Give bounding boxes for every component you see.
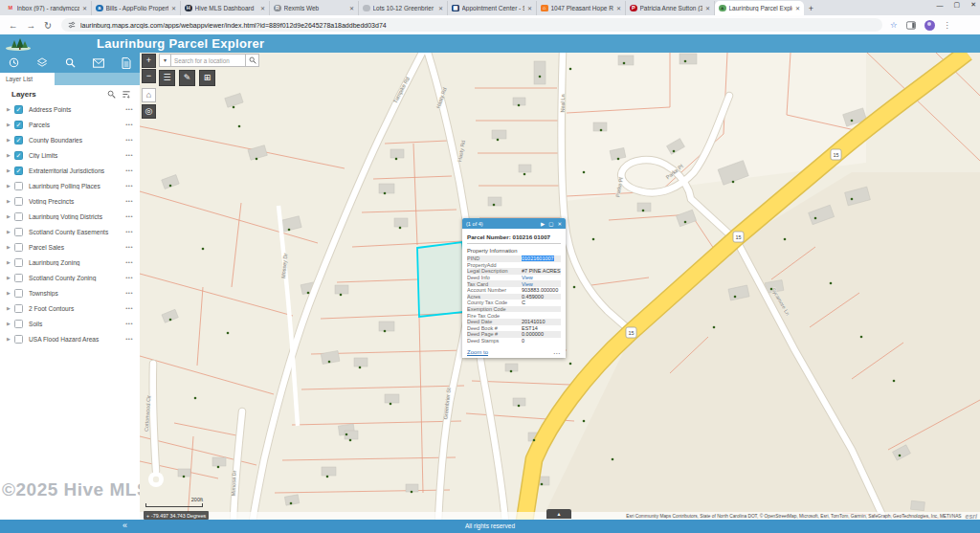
layer-options-icon[interactable]: •••	[125, 213, 133, 219]
profile-avatar[interactable]	[924, 20, 935, 31]
home-extent-button[interactable]: ⌂	[142, 88, 156, 102]
browser-tab[interactable]: Lots 10-12 Greenbrier Street 1...✕	[359, 1, 448, 15]
layer-expand-icon[interactable]: ▶	[7, 305, 14, 311]
tab-close-icon[interactable]: ✕	[82, 5, 87, 11]
tab-close-icon[interactable]: ✕	[795, 5, 800, 11]
layer-checkbox[interactable]	[14, 274, 23, 282]
attribute-link[interactable]: View	[522, 281, 561, 287]
layer-checkbox[interactable]: ✓	[14, 105, 23, 114]
layer-expand-icon[interactable]: ▶	[7, 321, 14, 326]
tab-close-icon[interactable]: ✕	[705, 5, 710, 11]
draw-button[interactable]: ✎	[179, 70, 195, 86]
layer-expand-icon[interactable]: ▶	[7, 213, 14, 219]
zoom-to-link[interactable]: Zoom to	[467, 349, 488, 355]
layer-options-icon[interactable]: •••	[125, 305, 133, 311]
tab-close-icon[interactable]: ✕	[438, 5, 443, 11]
measure-widget-icon[interactable]	[93, 58, 104, 68]
basemap-gallery-button[interactable]: ⊞	[199, 70, 215, 86]
reload-button[interactable]: ↻	[44, 20, 52, 31]
browser-tab[interactable]: ⌂1047 Pleasant Hope Rd, Fairm...✕	[537, 1, 626, 15]
side-panel-icon[interactable]	[906, 21, 916, 30]
layer-expand-icon[interactable]: ▶	[7, 122, 14, 127]
selected-parcel-highlight[interactable]	[417, 242, 466, 317]
tab-close-icon[interactable]: ✕	[527, 5, 532, 11]
popup-next-icon[interactable]: ▶	[541, 221, 545, 227]
tab-close-icon[interactable]: ✕	[616, 5, 621, 11]
layer-checkbox[interactable]	[14, 197, 23, 206]
layers-widget-icon[interactable]	[36, 57, 48, 68]
search-source-dropdown[interactable]: ▾	[159, 54, 171, 67]
layer-checkbox[interactable]	[14, 182, 23, 190]
layer-checkbox[interactable]: ✓	[14, 167, 23, 175]
map-viewport[interactable]: 15 15 15 Turnpike Rd Hasty Rd Hasty Rd G…	[140, 53, 980, 520]
address-bar[interactable]: laurinburg.maps.arcgis.com/apps/webappvi…	[61, 18, 882, 32]
window-maximize-button[interactable]: ▢	[954, 1, 961, 9]
layer-expand-icon[interactable]: ▶	[7, 229, 14, 234]
report-widget-icon[interactable]	[122, 57, 131, 69]
layer-expand-icon[interactable]: ▶	[7, 183, 14, 189]
layer-checkbox[interactable]	[14, 335, 23, 344]
layer-expand-icon[interactable]: ▶	[7, 137, 14, 143]
crosshair-icon[interactable]: +	[146, 513, 149, 519]
layer-expand-icon[interactable]: ▶	[7, 290, 14, 296]
layer-options-icon[interactable]: •••	[125, 122, 133, 127]
layer-options-icon[interactable]: •••	[125, 259, 133, 265]
layer-options-icon[interactable]: •••	[125, 137, 133, 143]
layer-checkbox[interactable]	[14, 304, 23, 313]
tab-close-icon[interactable]: ✕	[349, 5, 354, 11]
popup-close-icon[interactable]: ✕	[557, 221, 562, 227]
tab-close-icon[interactable]: ✕	[260, 5, 265, 11]
attribute-link[interactable]: View	[522, 275, 561, 280]
layer-options-icon[interactable]: •••	[125, 275, 133, 280]
layer-options-icon[interactable]: •••	[125, 152, 133, 158]
attribute-table-handle[interactable]: ▲	[546, 509, 571, 519]
browser-tab[interactable]: ▲Laurinburg Parcel Explorer✕	[715, 1, 804, 15]
back-button[interactable]: ←	[9, 20, 18, 31]
popup-maximize-icon[interactable]: ▢	[548, 221, 553, 227]
layer-expand-icon[interactable]: ▶	[7, 275, 14, 280]
layer-expand-icon[interactable]: ▶	[7, 167, 14, 173]
browser-tab[interactable]: HHive MLS Dashboard✕	[181, 1, 270, 15]
tab-layer-list[interactable]: Layer List	[0, 73, 55, 85]
layer-options-icon[interactable]: •••	[125, 183, 133, 189]
legend-button[interactable]: ☰	[159, 70, 175, 86]
layer-options-icon[interactable]: •••	[125, 321, 133, 326]
layer-expand-icon[interactable]: ▶	[7, 152, 14, 158]
layer-options-icon[interactable]: •••	[125, 198, 133, 204]
search-go-button[interactable]	[246, 54, 259, 67]
layer-expand-icon[interactable]: ▶	[7, 336, 14, 342]
layer-checkbox[interactable]: ✓	[14, 136, 23, 144]
search-input[interactable]	[171, 54, 246, 67]
layer-filter-icon[interactable]	[122, 90, 131, 99]
forward-button[interactable]: →	[27, 20, 36, 31]
layer-expand-icon[interactable]: ▶	[7, 198, 14, 204]
layer-checkbox[interactable]	[14, 258, 23, 267]
browser-tab[interactable]: aBills - AppFolio Property Man...✕	[92, 1, 181, 15]
search-widget-icon[interactable]	[65, 57, 76, 68]
zoom-in-button[interactable]: +	[142, 54, 156, 68]
site-info-icon[interactable]	[68, 21, 76, 29]
browser-menu-icon[interactable]: ⋮	[944, 21, 951, 30]
layer-expand-icon[interactable]: ▶	[7, 244, 14, 250]
layer-options-icon[interactable]: •••	[125, 244, 133, 250]
my-location-button[interactable]: ◎	[142, 104, 156, 119]
window-minimize-button[interactable]: —	[937, 2, 944, 9]
zoom-out-button[interactable]: −	[142, 69, 156, 83]
layer-checkbox[interactable]: ✓	[14, 121, 23, 129]
layer-checkbox[interactable]: ✓	[14, 151, 23, 160]
layer-checkbox[interactable]	[14, 228, 23, 236]
new-tab-button[interactable]: +	[804, 1, 818, 15]
layer-options-icon[interactable]: •••	[125, 290, 133, 296]
popup-header[interactable]: (1 of 4) ▶ ▢ ✕	[462, 218, 566, 229]
layer-options-icon[interactable]: •••	[125, 336, 133, 342]
browser-tab[interactable]: MInbox (97) - randymccally@g...✕	[3, 1, 92, 15]
bookmark-star-icon[interactable]: ☆	[890, 20, 898, 30]
tab-close-icon[interactable]: ✕	[171, 5, 176, 11]
layer-options-icon[interactable]: •••	[125, 106, 133, 112]
layer-options-icon[interactable]: •••	[125, 167, 133, 173]
layer-options-icon[interactable]: •••	[125, 229, 133, 234]
popup-more-actions[interactable]: ...	[553, 349, 561, 355]
browser-tab[interactable]: ▦Appointment Center - Staff - S...✕	[448, 1, 537, 15]
layer-expand-icon[interactable]: ▶	[7, 259, 14, 265]
layer-expand-icon[interactable]: ▶	[7, 106, 14, 112]
